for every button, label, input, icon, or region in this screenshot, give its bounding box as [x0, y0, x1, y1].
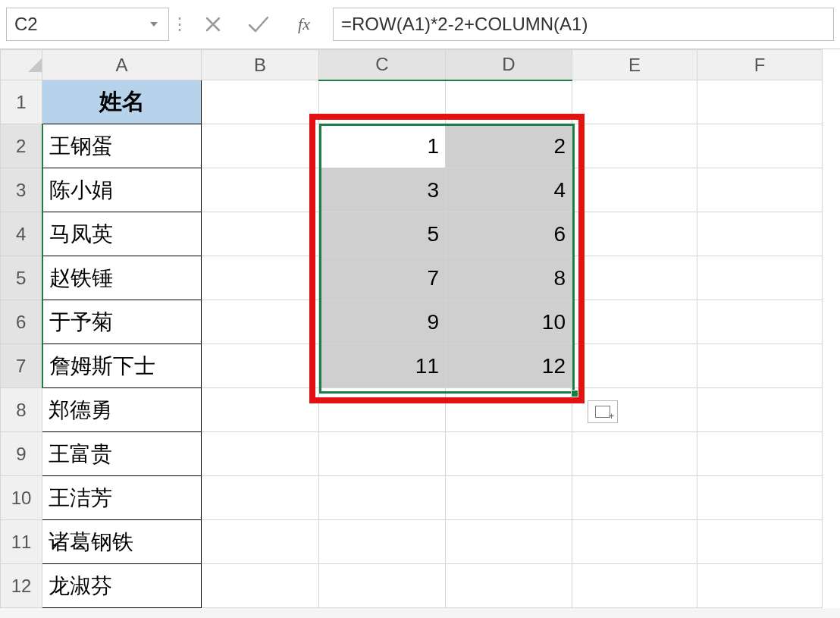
cell-A3[interactable]: 陈小娟 [42, 168, 202, 212]
cell-D12[interactable] [446, 564, 572, 608]
cell-D8[interactable] [446, 388, 572, 432]
cell-E9[interactable] [572, 432, 697, 476]
cell-B1[interactable] [202, 80, 319, 124]
cell-A9[interactable]: 王富贵 [42, 432, 202, 476]
cell-A10[interactable]: 王洁芳 [42, 476, 202, 520]
row-header-7[interactable]: 7 [1, 344, 42, 388]
col-header-B[interactable]: B [202, 50, 319, 80]
cell-F3[interactable] [697, 168, 823, 212]
row-header-9[interactable]: 9 [1, 432, 42, 476]
cell-D2[interactable]: 2 [446, 124, 572, 168]
cell-C3[interactable]: 3 [319, 168, 446, 212]
cell-C5[interactable]: 7 [319, 256, 446, 300]
cell-A4[interactable]: 马凤英 [42, 212, 202, 256]
autofill-options-button[interactable]: + [588, 400, 618, 423]
row-header-2[interactable]: 2 [1, 124, 42, 168]
row-header-12[interactable]: 12 [1, 564, 42, 608]
cell-F10[interactable] [697, 476, 823, 520]
col-header-F[interactable]: F [697, 50, 823, 80]
row-header-11[interactable]: 11 [1, 520, 42, 564]
cell-B5[interactable] [202, 256, 319, 300]
cell-D3[interactable]: 4 [446, 168, 572, 212]
cell-E1[interactable] [572, 80, 697, 124]
cell-B2[interactable] [202, 124, 319, 168]
cell-E3[interactable] [572, 168, 697, 212]
fill-handle[interactable] [571, 390, 578, 397]
cell-B9[interactable] [202, 432, 319, 476]
cell-E12[interactable] [572, 564, 697, 608]
cell-D5[interactable]: 8 [446, 256, 572, 300]
cell-A2[interactable]: 王钢蛋 [42, 124, 202, 168]
cell-F1[interactable] [697, 80, 823, 124]
cell-D10[interactable] [446, 476, 572, 520]
cell-C2[interactable]: 1 [319, 124, 446, 168]
cell-A7[interactable]: 詹姆斯下士 [42, 344, 202, 388]
cell-B3[interactable] [202, 168, 319, 212]
cell-A1[interactable]: 姓名 [42, 80, 202, 124]
cell-D7[interactable]: 12 [446, 344, 572, 388]
cell-F11[interactable] [697, 520, 823, 564]
cell-A11[interactable]: 诸葛钢铁 [42, 520, 202, 564]
cell-C10[interactable] [319, 476, 446, 520]
cell-B11[interactable] [202, 520, 319, 564]
cell-E11[interactable] [572, 520, 697, 564]
cell-A5[interactable]: 赵铁锤 [42, 256, 202, 300]
cell-C12[interactable] [319, 564, 446, 608]
row-header-10[interactable]: 10 [1, 476, 42, 520]
row-header-5[interactable]: 5 [1, 256, 42, 300]
col-header-E[interactable]: E [572, 50, 697, 80]
select-all-corner[interactable] [1, 50, 42, 80]
cell-F8[interactable] [697, 388, 823, 432]
row-header-8[interactable]: 8 [1, 388, 42, 432]
cell-A6[interactable]: 于予菊 [42, 300, 202, 344]
cell-E5[interactable] [572, 256, 697, 300]
cell-C9[interactable] [319, 432, 446, 476]
cell-B7[interactable] [202, 344, 319, 388]
cell-F7[interactable] [697, 344, 823, 388]
cell-C4[interactable]: 5 [319, 212, 446, 256]
cancel-button[interactable] [190, 8, 236, 41]
enter-button[interactable] [236, 8, 281, 41]
cell-D1[interactable] [446, 80, 572, 124]
cell-A8[interactable]: 郑德勇 [42, 388, 202, 432]
cell-D9[interactable] [446, 432, 572, 476]
cell-E4[interactable] [572, 212, 697, 256]
cell-C8[interactable] [319, 388, 446, 432]
row-header-3[interactable]: 3 [1, 168, 42, 212]
col-header-C[interactable]: C [319, 50, 446, 80]
cell-B12[interactable] [202, 564, 319, 608]
cell-C1[interactable] [319, 80, 446, 124]
fx-button[interactable]: fx [281, 8, 327, 41]
cell-F9[interactable] [697, 432, 823, 476]
row-header-1[interactable]: 1 [1, 80, 42, 124]
cell-F6[interactable] [697, 300, 823, 344]
cell-E6[interactable] [572, 300, 697, 344]
cell-E7[interactable] [572, 344, 697, 388]
cell-D4[interactable]: 6 [446, 212, 572, 256]
name-box-dropdown-icon[interactable] [147, 19, 161, 30]
cell-B6[interactable] [202, 300, 319, 344]
cell-C11[interactable] [319, 520, 446, 564]
cell-D6[interactable]: 10 [446, 300, 572, 344]
cell-C7[interactable]: 11 [319, 344, 446, 388]
name-box[interactable]: C2 [6, 8, 169, 41]
cell-B8[interactable] [202, 388, 319, 432]
cell-B10[interactable] [202, 476, 319, 520]
cell-A12[interactable]: 龙淑芬 [42, 564, 202, 608]
cell-E2[interactable] [572, 124, 697, 168]
cell-F12[interactable] [697, 564, 823, 608]
cell-B4[interactable] [202, 212, 319, 256]
row-header-6[interactable]: 6 [1, 300, 42, 344]
cell-F2[interactable] [697, 124, 823, 168]
row-header-4[interactable]: 4 [1, 212, 42, 256]
name-box-value: C2 [14, 14, 147, 35]
cell-F4[interactable] [697, 212, 823, 256]
cell-E10[interactable] [572, 476, 697, 520]
cell-C6[interactable]: 9 [319, 300, 446, 344]
formula-input[interactable]: =ROW(A1)*2-2+COLUMN(A1) [333, 8, 834, 41]
col-header-A[interactable]: A [42, 50, 202, 80]
sheet-table: ABCDEF 1姓名2王钢蛋123陈小娟344马凤英565赵铁锤786于予菊91… [0, 49, 823, 608]
col-header-D[interactable]: D [446, 50, 572, 80]
cell-D11[interactable] [446, 520, 572, 564]
cell-F5[interactable] [697, 256, 823, 300]
